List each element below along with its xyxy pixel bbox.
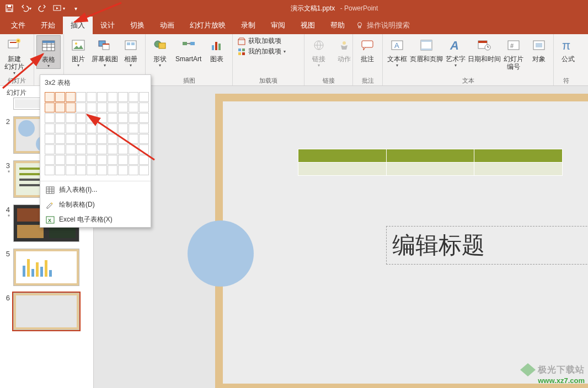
table-grid-cell[interactable] (55, 165, 65, 175)
table-grid-cell[interactable] (118, 103, 128, 112)
get-addins-button[interactable]: 获取加载项 (237, 36, 286, 46)
table-grid-cell[interactable] (139, 155, 149, 165)
table-grid-cell[interactable] (87, 113, 97, 123)
table-grid-cell[interactable] (118, 113, 128, 123)
title-placeholder[interactable]: 编辑标题 (386, 226, 588, 265)
table-grid-cell[interactable] (55, 92, 65, 102)
comment-button[interactable]: 批注 (355, 35, 379, 63)
table-grid-cell[interactable] (45, 113, 55, 123)
table-grid-cell[interactable] (76, 165, 86, 175)
table-grid-cell[interactable] (129, 103, 138, 112)
menu-transitions[interactable]: 切换 (122, 17, 152, 34)
table-grid-cell[interactable] (108, 165, 117, 175)
slide-number-button[interactable]: # 幻灯片 编号 (501, 35, 526, 71)
table-grid-cell[interactable] (108, 134, 117, 144)
table-grid-cell[interactable] (66, 123, 76, 133)
table-grid-cell[interactable] (129, 113, 138, 123)
table-grid-cell[interactable] (45, 134, 55, 144)
photo-album-button[interactable]: 相册▾ (119, 35, 143, 68)
table-grid-cell[interactable] (129, 92, 138, 102)
table-grid-cell[interactable] (97, 134, 107, 144)
thumbnail-item[interactable]: 6 (0, 289, 93, 333)
table-grid-cell[interactable] (118, 92, 128, 102)
redo-button[interactable] (35, 1, 50, 15)
table-grid-cell[interactable] (97, 123, 107, 133)
table-grid-cell[interactable] (139, 92, 149, 102)
table-grid-cell[interactable] (139, 123, 149, 133)
table-grid-cell[interactable] (45, 103, 55, 112)
qat-customize[interactable]: ▾ (68, 1, 83, 15)
start-from-beginning-button[interactable]: ▾ (52, 1, 66, 15)
shapes-button[interactable]: 形状▾ (148, 35, 172, 68)
table-grid-cell[interactable] (55, 144, 65, 154)
table-grid-cell[interactable] (55, 155, 65, 165)
screenshot-button[interactable]: 屏幕截图▾ (92, 35, 117, 68)
table-grid-cell[interactable] (66, 155, 76, 165)
table-grid-cell[interactable] (139, 103, 149, 112)
menu-review[interactable]: 审阅 (263, 17, 293, 34)
menu-file[interactable]: 文件 (3, 17, 33, 34)
menu-view[interactable]: 视图 (293, 17, 323, 34)
table-grid-cell[interactable] (97, 92, 107, 102)
header-footer-button[interactable]: 页眉和页脚 (410, 35, 442, 63)
table-grid-cell[interactable] (45, 165, 55, 175)
table-grid-cell[interactable] (118, 155, 128, 165)
table-grid-cell[interactable] (55, 134, 65, 144)
table-grid-cell[interactable] (87, 165, 97, 175)
pictures-button[interactable]: 图片▾ (66, 35, 90, 68)
undo-button[interactable]: ▾ (19, 1, 33, 15)
table-grid-cell[interactable] (66, 165, 76, 175)
table-grid-cell[interactable] (45, 144, 55, 154)
link-button[interactable]: 链接▾ (307, 35, 331, 68)
table-grid-cell[interactable] (129, 144, 138, 154)
table-grid-cell[interactable] (97, 113, 107, 123)
table-grid-cell[interactable] (108, 155, 117, 165)
table-grid-cell[interactable] (87, 123, 97, 133)
table-grid-cell[interactable] (45, 92, 55, 102)
insert-table-menu-item[interactable]: 插入表格(I)... (40, 182, 151, 197)
table-grid-cell[interactable] (129, 165, 138, 175)
slide-canvas[interactable]: 编辑标题 (94, 86, 588, 388)
table-grid-cell[interactable] (118, 165, 128, 175)
table-grid-cell[interactable] (139, 134, 149, 144)
menu-design[interactable]: 设计 (93, 17, 122, 34)
table-grid-cell[interactable] (97, 103, 107, 112)
table-size-grid[interactable] (40, 91, 151, 180)
table-button[interactable]: 表格 ▾ (36, 35, 61, 69)
table-grid-cell[interactable] (129, 123, 138, 133)
table-grid-cell[interactable] (76, 92, 86, 102)
chart-button[interactable]: 图表 (205, 35, 229, 63)
menu-insert[interactable]: 插入 (63, 17, 93, 34)
table-grid-cell[interactable] (97, 165, 107, 175)
equation-button[interactable]: π 公式 (556, 35, 580, 63)
menu-record[interactable]: 录制 (233, 17, 263, 34)
table-grid-cell[interactable] (76, 123, 86, 133)
table-grid-cell[interactable] (97, 144, 107, 154)
tell-me-search[interactable]: 操作说明搜索 (356, 17, 410, 34)
menu-help[interactable]: 帮助 (323, 17, 352, 34)
table-grid-cell[interactable] (45, 155, 55, 165)
draw-table-menu-item[interactable]: 绘制表格(D) (40, 197, 151, 212)
table-grid-cell[interactable] (76, 144, 86, 154)
table-grid-cell[interactable] (97, 155, 107, 165)
new-slide-button[interactable]: 新建 幻灯片 ▾ (2, 35, 26, 76)
table-grid-cell[interactable] (55, 123, 65, 133)
save-button[interactable] (2, 1, 17, 15)
thumbnail-item[interactable]: 5 (0, 245, 93, 289)
table-grid-cell[interactable] (87, 144, 97, 154)
table-grid-cell[interactable] (87, 134, 97, 144)
excel-spreadsheet-menu-item[interactable]: X Excel 电子表格(X) (40, 212, 151, 227)
menu-home[interactable]: 开始 (33, 17, 63, 34)
table-grid-cell[interactable] (87, 103, 97, 112)
table-grid-cell[interactable] (129, 134, 138, 144)
table-grid-cell[interactable] (118, 134, 128, 144)
table-grid-cell[interactable] (139, 113, 149, 123)
table-grid-cell[interactable] (55, 113, 65, 123)
table-grid-cell[interactable] (139, 165, 149, 175)
table-grid-cell[interactable] (45, 123, 55, 133)
table-grid-cell[interactable] (108, 144, 117, 154)
table-grid-cell[interactable] (118, 123, 128, 133)
table-grid-cell[interactable] (139, 144, 149, 154)
table-grid-cell[interactable] (87, 92, 97, 102)
table-grid-cell[interactable] (87, 155, 97, 165)
